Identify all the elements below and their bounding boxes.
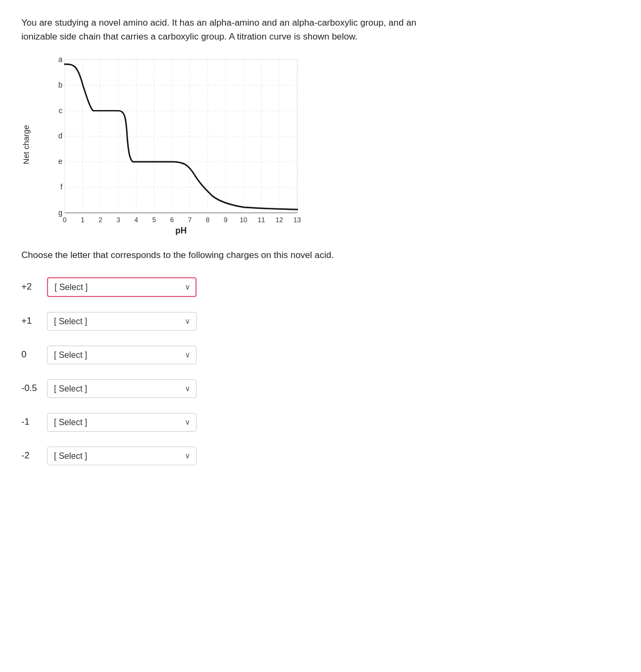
question-text: Choose the letter that corresponds to th…	[21, 248, 620, 262]
select-wrapper-0: [ Select ]abcdefg∨	[47, 277, 197, 297]
dropdown-0[interactable]: [ Select ]abcdefg	[47, 346, 197, 364]
select-row--0_5: -0.5[ Select ]abcdefg∨	[21, 379, 620, 398]
dropdown--1[interactable]: [ Select ]abcdefg	[47, 413, 197, 432]
y-tick-e: e	[58, 157, 62, 166]
dropdown--0_5[interactable]: [ Select ]abcdefg	[47, 379, 197, 398]
svg-text:1: 1	[81, 216, 84, 224]
dropdown--2[interactable]: [ Select ]abcdefg	[47, 447, 197, 465]
y-tick-g: g	[58, 208, 62, 217]
select-wrapper-4: [ Select ]abcdefg∨	[47, 413, 197, 432]
charge-label-0: +2	[21, 282, 47, 292]
chart-area: Net charge	[21, 54, 620, 236]
svg-text:4: 4	[134, 216, 138, 224]
y-axis-label: Net charge	[21, 125, 30, 164]
select-row-+1: +1[ Select ]abcdefg∨	[21, 312, 620, 331]
svg-text:5: 5	[152, 216, 156, 224]
select-wrapper-5: [ Select ]abcdefg∨	[47, 447, 197, 465]
intro-text: You are studying a novel amino acid. It …	[21, 16, 620, 43]
svg-text:12: 12	[276, 216, 283, 224]
y-tick-f: f	[60, 183, 62, 191]
select-wrapper-2: [ Select ]abcdefg∨	[47, 346, 197, 364]
svg-text:3: 3	[116, 216, 120, 224]
svg-text:8: 8	[206, 216, 209, 224]
svg-text:9: 9	[224, 216, 228, 224]
svg-text:2: 2	[99, 216, 103, 224]
charge-label-5: -2	[21, 450, 47, 461]
y-tick-d: d	[58, 131, 62, 140]
select-row-0: 0[ Select ]abcdefg∨	[21, 346, 620, 364]
svg-text:10: 10	[240, 216, 247, 224]
select-row--2: -2[ Select ]abcdefg∨	[21, 447, 620, 465]
charge-label-2: 0	[21, 349, 47, 360]
svg-text:7: 7	[188, 216, 192, 224]
svg-text:11: 11	[257, 216, 265, 224]
select-row-+2: +2[ Select ]abcdefg∨	[21, 277, 620, 297]
y-tick-b: b	[58, 81, 62, 89]
x-axis-label: pH	[175, 226, 186, 235]
svg-text:0: 0	[63, 216, 67, 224]
select-wrapper-3: [ Select ]abcdefg∨	[47, 379, 197, 398]
chart-container: a b c d e f g 0 1 2 3 4 5 6 7 8 9	[34, 54, 311, 236]
dropdown-+1[interactable]: [ Select ]abcdefg	[47, 312, 197, 331]
titration-chart: a b c d e f g 0 1 2 3 4 5 6 7 8 9	[34, 54, 311, 236]
y-tick-c: c	[59, 106, 62, 115]
svg-text:6: 6	[170, 216, 174, 224]
charge-label-3: -0.5	[21, 383, 47, 394]
select-row--1: -1[ Select ]abcdefg∨	[21, 413, 620, 432]
charge-label-1: +1	[21, 316, 47, 326]
select-wrapper-1: [ Select ]abcdefg∨	[47, 312, 197, 331]
selects-container: +2[ Select ]abcdefg∨+1[ Select ]abcdefg∨…	[21, 277, 620, 465]
svg-text:13: 13	[293, 216, 301, 224]
charge-label-4: -1	[21, 417, 47, 427]
dropdown-+2[interactable]: [ Select ]abcdefg	[47, 277, 197, 297]
y-tick-a: a	[58, 55, 62, 64]
